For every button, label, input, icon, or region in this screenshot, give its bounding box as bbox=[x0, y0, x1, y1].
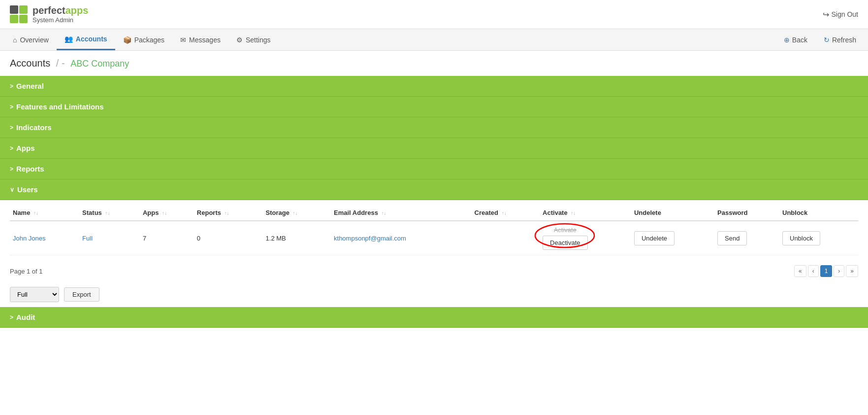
col-storage-label: Storage bbox=[266, 209, 289, 216]
logo-text: perfectapps System Admin bbox=[32, 5, 88, 24]
logo-sq-br bbox=[19, 15, 28, 23]
messages-icon: ✉ bbox=[180, 36, 186, 44]
page-next-button[interactable]: › bbox=[834, 265, 844, 277]
accounts-icon: 👥 bbox=[64, 35, 73, 43]
section-apps-label: Apps bbox=[16, 144, 35, 152]
section-users[interactable]: ∨ Users bbox=[0, 179, 868, 200]
col-name-sort-icon[interactable]: ↑↓ bbox=[33, 210, 38, 216]
section-users-arrow: ∨ bbox=[10, 186, 14, 193]
logo-subtitle: System Admin bbox=[32, 16, 88, 24]
nav-item-settings[interactable]: ⚙ Settings bbox=[228, 30, 279, 50]
cell-status: Full bbox=[79, 221, 140, 255]
col-storage-sort-icon[interactable]: ↑↓ bbox=[293, 210, 298, 216]
deactivate-cell: Activate Deactivate bbox=[543, 226, 587, 250]
breadcrumb-separator: / - bbox=[56, 58, 65, 69]
section-indicators[interactable]: > Indicators bbox=[0, 117, 868, 138]
col-activate-sort-icon[interactable]: ↑↓ bbox=[571, 210, 576, 216]
col-name[interactable]: Name ↑↓ bbox=[10, 205, 79, 221]
table-header-row: Name ↑↓ Status ↑↓ Apps ↑↓ Reports ↑↓ bbox=[10, 205, 858, 221]
col-status-label: Status bbox=[82, 209, 102, 216]
col-created[interactable]: Created ↑↓ bbox=[472, 205, 540, 221]
section-reports-arrow: > bbox=[10, 166, 13, 173]
col-reports-sort-icon[interactable]: ↑↓ bbox=[225, 210, 229, 216]
col-password: Password bbox=[714, 205, 779, 221]
col-unblock: Unblock bbox=[779, 205, 858, 221]
undelete-button[interactable]: Undelete bbox=[634, 231, 675, 245]
reports-value: 0 bbox=[197, 235, 200, 242]
export-button[interactable]: Export bbox=[64, 287, 99, 302]
col-storage[interactable]: Storage ↑↓ bbox=[263, 205, 331, 221]
col-activate-label: Activate bbox=[543, 209, 568, 216]
col-created-sort-icon[interactable]: ↑↓ bbox=[502, 210, 507, 216]
page-first-button[interactable]: « bbox=[794, 265, 806, 277]
apps-value: 7 bbox=[143, 235, 146, 242]
col-email-label: Email Address bbox=[334, 209, 378, 216]
nav-label-packages: Packages bbox=[134, 36, 164, 44]
page-1-button[interactable]: 1 bbox=[820, 265, 833, 277]
col-reports[interactable]: Reports ↑↓ bbox=[194, 205, 263, 221]
section-audit[interactable]: > Audit bbox=[0, 307, 868, 328]
users-table-wrap: Name ↑↓ Status ↑↓ Apps ↑↓ Reports ↑↓ bbox=[0, 200, 868, 260]
page-info: Page 1 of 1 bbox=[10, 268, 43, 275]
section-features[interactable]: > Features and Limitations bbox=[0, 97, 868, 117]
section-general-label: General bbox=[16, 82, 44, 90]
col-apps[interactable]: Apps ↑↓ bbox=[140, 205, 194, 221]
col-email[interactable]: Email Address ↑↓ bbox=[331, 205, 472, 221]
logo-sq-tr bbox=[19, 5, 28, 14]
cell-unblock: Unblock bbox=[779, 221, 858, 255]
cell-activate: Activate Deactivate bbox=[540, 221, 631, 255]
table-footer: Page 1 of 1 « ‹ 1 › » bbox=[0, 260, 868, 282]
send-password-button[interactable]: Send bbox=[717, 231, 747, 245]
col-status[interactable]: Status ↑↓ bbox=[79, 205, 140, 221]
section-reports[interactable]: > Reports bbox=[0, 159, 868, 179]
section-general[interactable]: > General bbox=[0, 76, 868, 97]
nav-item-packages[interactable]: 📦 Packages bbox=[115, 30, 172, 50]
cell-created bbox=[472, 221, 540, 255]
nav-item-accounts[interactable]: 👥 Accounts bbox=[57, 29, 115, 50]
col-undelete: Undelete bbox=[631, 205, 714, 221]
status-filter-select[interactable]: Full Limited Inactive bbox=[10, 287, 59, 302]
nav-label-messages: Messages bbox=[189, 36, 221, 44]
col-email-sort-icon[interactable]: ↑↓ bbox=[382, 210, 386, 216]
breadcrumb-company: ABC Company bbox=[70, 59, 129, 69]
settings-icon: ⚙ bbox=[236, 36, 243, 44]
unblock-button[interactable]: Unblock bbox=[782, 231, 820, 245]
users-section: Name ↑↓ Status ↑↓ Apps ↑↓ Reports ↑↓ bbox=[0, 200, 868, 307]
back-icon: ⊕ bbox=[784, 36, 790, 44]
col-activate: Activate ↑↓ bbox=[540, 205, 631, 221]
page-prev-button[interactable]: ‹ bbox=[808, 265, 819, 277]
logo-apps: apps bbox=[65, 5, 89, 16]
app-header: perfectapps System Admin ↪ Sign Out bbox=[0, 0, 868, 29]
col-status-sort-icon[interactable]: ↑↓ bbox=[105, 210, 110, 216]
deactivate-button[interactable]: Deactivate bbox=[543, 236, 587, 250]
cell-undelete: Undelete bbox=[631, 221, 714, 255]
packages-icon: 📦 bbox=[123, 36, 131, 44]
logo-icon bbox=[10, 5, 28, 23]
refresh-button[interactable]: ↻ Refresh bbox=[817, 32, 863, 48]
col-reports-label: Reports bbox=[197, 209, 221, 216]
cell-name: John Jones bbox=[10, 221, 79, 255]
logo-sq-bl bbox=[10, 15, 18, 23]
sign-out-button[interactable]: ↪ Sign Out bbox=[823, 10, 858, 19]
nav-item-messages[interactable]: ✉ Messages bbox=[172, 30, 228, 50]
section-apps[interactable]: > Apps bbox=[0, 138, 868, 159]
home-icon: ⌂ bbox=[13, 36, 17, 44]
col-undelete-label: Undelete bbox=[634, 209, 661, 216]
back-button[interactable]: ⊕ Back bbox=[777, 32, 814, 48]
user-name-link[interactable]: John Jones bbox=[13, 235, 46, 242]
col-unblock-label: Unblock bbox=[782, 209, 807, 216]
logo-perfect: perfect bbox=[32, 5, 65, 16]
table-row: John Jones Full 7 0 1.2 MB kth bbox=[10, 221, 858, 255]
page-last-button[interactable]: » bbox=[846, 265, 858, 277]
activate-label: Activate bbox=[554, 226, 577, 234]
col-password-label: Password bbox=[717, 209, 747, 216]
email-link[interactable]: kthompsonpf@gmail.com bbox=[334, 235, 406, 242]
section-audit-arrow: > bbox=[10, 314, 13, 321]
col-apps-sort-icon[interactable]: ↑↓ bbox=[162, 210, 167, 216]
filter-row: Full Limited Inactive Export bbox=[0, 282, 868, 307]
nav-item-overview[interactable]: ⌂ Overview bbox=[5, 30, 57, 50]
activate-deactivate-group: Activate Deactivate bbox=[543, 226, 587, 250]
signout-icon: ↪ bbox=[823, 10, 829, 19]
section-apps-arrow: > bbox=[10, 145, 13, 152]
logo-name: perfectapps bbox=[32, 5, 88, 16]
